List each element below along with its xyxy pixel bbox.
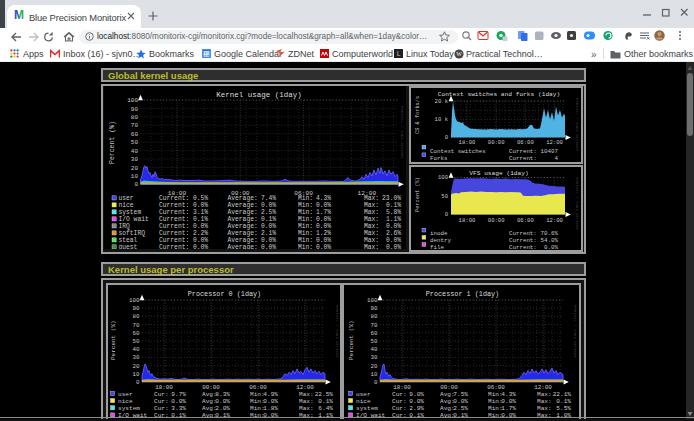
svg-text:softIRQ: softIRQ: [119, 230, 146, 237]
svg-text:4: 4: [555, 155, 559, 162]
svg-text:0.0%: 0.0%: [386, 223, 401, 230]
svg-text:40: 40: [133, 346, 140, 353]
svg-text:Min:: Min:: [298, 216, 313, 223]
svg-text:0.1%: 0.1%: [318, 398, 333, 405]
svg-text:7.4%: 7.4%: [261, 195, 276, 202]
svg-text:0.0%: 0.0%: [316, 202, 331, 209]
svg-text:1.2%: 1.2%: [316, 230, 331, 237]
svg-text:Current:: Current:: [159, 230, 189, 237]
svg-text:9.7%: 9.7%: [171, 391, 186, 398]
svg-text:Max:: Max:: [364, 230, 379, 237]
svg-text:4.3%: 4.3%: [316, 195, 331, 202]
svg-text:nice: nice: [119, 202, 134, 209]
svg-text:90: 90: [133, 305, 140, 312]
svg-text:Max:: Max:: [364, 223, 379, 230]
svg-text:Cur:: Cur:: [154, 391, 169, 398]
svg-text:L: L: [397, 50, 401, 57]
svg-text:Current:: Current:: [159, 216, 189, 223]
svg-text:70: 70: [371, 322, 378, 329]
svg-text:Average:: Average:: [228, 237, 258, 244]
svg-text:Current:: Current:: [159, 195, 189, 202]
svg-text:4.9%: 4.9%: [263, 391, 278, 398]
svg-text:Cur:: Cur:: [392, 391, 407, 398]
svg-text:Percent (%): Percent (%): [348, 320, 355, 360]
svg-text:guest: guest: [119, 244, 138, 249]
svg-text:40: 40: [371, 346, 378, 353]
svg-text:Min:: Min:: [298, 223, 313, 230]
svg-text:IRQ: IRQ: [119, 223, 131, 230]
svg-text:20: 20: [371, 363, 378, 370]
svg-text:2.5%: 2.5%: [453, 405, 468, 412]
svg-text:30: 30: [371, 354, 378, 361]
svg-text:Min:: Min:: [298, 195, 313, 202]
svg-text:100: 100: [129, 297, 140, 304]
svg-text:0.0%: 0.0%: [193, 223, 208, 230]
svg-text:0.1%: 0.1%: [556, 398, 571, 405]
svg-text:Current:: Current:: [509, 148, 537, 155]
svg-text:0.0%: 0.0%: [316, 223, 331, 230]
svg-text:2.9%: 2.9%: [409, 405, 424, 412]
svg-text:Percent (%): Percent (%): [110, 320, 117, 360]
svg-text:0.0%: 0.0%: [316, 244, 331, 249]
svg-text:I/O wait: I/O wait: [119, 216, 149, 223]
svg-text:Max:: Max:: [299, 398, 314, 405]
svg-text:inode: inode: [430, 229, 448, 236]
svg-text:Max:: Max:: [364, 216, 379, 223]
svg-text:12:00: 12:00: [546, 139, 563, 146]
svg-text:M: M: [14, 9, 24, 20]
svg-text:40: 40: [131, 148, 139, 155]
svg-text:50: 50: [371, 338, 378, 345]
svg-text:0.0%: 0.0%: [386, 237, 401, 244]
svg-text:1.7%: 1.7%: [501, 405, 516, 412]
svg-text:Min:: Min:: [298, 209, 313, 216]
svg-text:RRDTOOL / TOBI OETIKER: RRDTOOL / TOBI OETIKER: [575, 98, 579, 151]
svg-text:Min:: Min:: [298, 244, 313, 249]
svg-text:0.0%: 0.0%: [263, 398, 278, 405]
svg-text:60: 60: [371, 330, 378, 337]
svg-text:Cur:: Cur:: [154, 398, 169, 405]
svg-text:5.8%: 5.8%: [386, 209, 401, 216]
svg-text:06:00: 06:00: [517, 216, 534, 223]
svg-text:10 k: 10 k: [435, 116, 449, 123]
svg-text:file: file: [430, 244, 444, 250]
svg-text:5.5%: 5.5%: [556, 405, 571, 412]
svg-text:0.0%: 0.0%: [261, 244, 276, 249]
svg-text:Current:: Current:: [509, 155, 537, 162]
svg-text:00:00: 00:00: [488, 139, 505, 146]
svg-text:0.0%: 0.0%: [261, 237, 276, 244]
svg-text:60: 60: [131, 131, 139, 138]
svg-text:Max:: Max:: [537, 405, 552, 412]
svg-text:22.1%: 22.1%: [553, 391, 572, 398]
svg-text:18:00: 18:00: [459, 216, 476, 223]
svg-text:Average:: Average:: [228, 230, 258, 237]
svg-text:VFS usage (1day): VFS usage (1day): [469, 170, 528, 177]
svg-text:100: 100: [367, 297, 378, 304]
svg-text:7.5%: 7.5%: [453, 391, 468, 398]
svg-text:3.1%: 3.1%: [193, 209, 208, 216]
svg-text:0.0%: 0.0%: [453, 398, 468, 405]
svg-text:06:00: 06:00: [517, 139, 534, 146]
svg-text:90: 90: [371, 305, 378, 312]
svg-text:Max:: Max:: [364, 195, 379, 202]
svg-text:Min:: Min:: [298, 202, 313, 209]
svg-text:100: 100: [127, 97, 138, 104]
svg-text:10: 10: [133, 371, 140, 378]
svg-text:dentry: dentry: [430, 237, 451, 244]
svg-text:Max:: Max:: [364, 237, 379, 244]
svg-text:Min:: Min:: [298, 230, 313, 237]
svg-text:0.0%: 0.0%: [501, 398, 516, 405]
svg-text:Average:: Average:: [228, 195, 258, 202]
svg-text:2.0%: 2.0%: [215, 405, 230, 412]
svg-text:0.0%: 0.0%: [261, 202, 276, 209]
svg-text:30: 30: [131, 156, 139, 163]
svg-text:Average:: Average:: [228, 202, 258, 209]
svg-text:100: 100: [438, 174, 449, 181]
svg-text:70: 70: [131, 122, 139, 129]
svg-text:00:00: 00:00: [488, 216, 505, 223]
svg-text:0: 0: [134, 181, 138, 188]
svg-text:Max:: Max:: [299, 391, 314, 398]
svg-text:22.5%: 22.5%: [315, 391, 334, 398]
svg-text:8.3%: 8.3%: [215, 391, 230, 398]
svg-text:Max:: Max:: [364, 209, 379, 216]
svg-text:user: user: [356, 391, 371, 398]
